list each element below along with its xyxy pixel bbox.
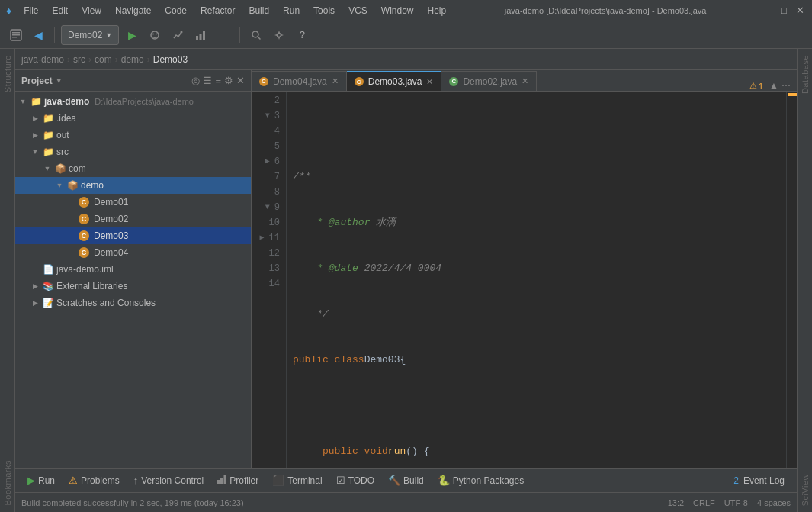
maximize-button[interactable]: □ — [778, 5, 789, 16]
tree-src[interactable]: ▼ 📁 src — [15, 143, 251, 160]
breadcrumb-src[interactable]: src — [73, 54, 85, 65]
tab-close-button[interactable]: ✕ — [522, 76, 528, 86]
tree-idea[interactable]: ▶ 📁 .idea — [15, 110, 251, 127]
tree-demo[interactable]: ▼ 📦 demo — [15, 177, 251, 194]
cursor-position[interactable]: 13:2 — [668, 498, 684, 507]
tab-demo04[interactable]: C Demo04.java ✕ — [252, 71, 347, 91]
bookmarks-panel-label[interactable]: Bookmarks — [2, 454, 14, 512]
package-icon: 📦 — [54, 163, 66, 175]
menu-help[interactable]: Help — [425, 4, 450, 18]
svg-point-6 — [156, 33, 157, 34]
coverage-button[interactable] — [168, 25, 188, 45]
indent-setting[interactable]: 4 spaces — [757, 498, 791, 507]
tab-close-button[interactable]: ✕ — [426, 77, 433, 87]
title-bar-left: ♦ File Edit View Navigate Code Refactor … — [6, 4, 449, 18]
menu-tools[interactable]: Tools — [310, 4, 338, 18]
version-control-button[interactable]: ↑ Version Control — [127, 472, 210, 490]
run-config-dropdown[interactable]: Demo02 ▼ — [61, 25, 119, 45]
database-panel-label[interactable]: Database — [799, 49, 811, 100]
app-icon: ♦ — [6, 5, 11, 17]
menu-code[interactable]: Code — [162, 4, 190, 18]
dropdown-arrow-icon[interactable]: ▼ — [56, 77, 63, 85]
menu-navigate[interactable]: Navigate — [112, 4, 154, 18]
settings-button[interactable] — [269, 25, 289, 45]
sciview-panel-label[interactable]: SciView — [799, 468, 811, 512]
more-run-options[interactable]: ⋯ — [213, 25, 233, 45]
line-num-7: 7 — [258, 169, 280, 185]
locate-file-icon[interactable]: ◎ — [191, 75, 200, 86]
event-log-label: Event Log — [743, 475, 785, 486]
menu-window[interactable]: Window — [378, 4, 417, 18]
menu-file[interactable]: File — [21, 4, 41, 18]
svg-rect-10 — [203, 31, 205, 40]
terminal-button[interactable]: ⬛ Terminal — [266, 472, 328, 490]
run-button[interactable]: ▶ — [122, 25, 142, 45]
menu-build[interactable]: Build — [246, 4, 272, 18]
expand-icon: ▼ — [18, 97, 27, 106]
close-icon[interactable]: ✕ — [236, 75, 245, 86]
expand-all-icon[interactable]: ☰ — [203, 75, 212, 86]
expand-icon: ▶ — [30, 282, 40, 291]
project-panel: Project ▼ ◎ ☰ ≡ ⚙ ✕ ▼ 📁 — [15, 70, 252, 468]
code-line-9: public void run() { — [293, 444, 786, 459]
toolbar-separator-1 — [54, 27, 55, 43]
warnings-badge[interactable]: ⚠ 1 — [749, 81, 763, 91]
gear-icon[interactable]: ⚙ — [224, 75, 233, 86]
minimize-button[interactable]: — — [762, 5, 772, 16]
menu-run[interactable]: Run — [280, 4, 303, 18]
line-ending[interactable]: CRLF — [693, 498, 715, 507]
profile-button[interactable] — [191, 25, 210, 45]
breadcrumb-java-demo[interactable]: java-demo — [21, 54, 64, 65]
tab-close-button[interactable]: ✕ — [332, 76, 339, 86]
event-log-button[interactable]: 2 Event Log — [727, 472, 791, 490]
tree-scratches[interactable]: ▶ 📝 Scratches and Consoles — [15, 295, 251, 311]
warning-icon: ⚠ — [749, 81, 757, 91]
close-button[interactable]: ✕ — [795, 5, 806, 16]
tab-demo02[interactable]: C Demo02.java ✕ — [441, 71, 537, 91]
editor-with-sidebars: Project ▼ ◎ ☰ ≡ ⚙ ✕ ▼ 📁 — [15, 70, 797, 468]
tab-demo03[interactable]: C Demo03.java ✕ — [347, 71, 442, 91]
expand-icon[interactable]: ▲ — [769, 80, 778, 91]
menu-edit[interactable]: Edit — [50, 4, 72, 18]
line-num-5: 5 — [258, 139, 280, 154]
code-editor[interactable]: /** * @author 水滴 * @date 2022/4/4 0004 *… — [287, 92, 786, 468]
menu-refactor[interactable]: Refactor — [197, 4, 238, 18]
editor-area[interactable]: 2 ▼3 4 5 ▶6 7 8 ▼9 10 ▶11 12 13 14 — [252, 92, 797, 468]
build-button[interactable]: 🔨 Build — [382, 472, 430, 490]
help-button[interactable]: ? — [292, 25, 312, 45]
profiler-button[interactable]: Profiler — [211, 472, 265, 490]
terminal-icon: ⬛ — [272, 475, 284, 486]
back-button[interactable]: ◀ — [28, 25, 48, 45]
status-message: Build completed successfully in 2 sec, 1… — [21, 498, 244, 507]
tab-label: Demo03.java — [368, 76, 422, 87]
python-packages-button[interactable]: 🐍 Python Packages — [432, 472, 530, 490]
search-everywhere-button[interactable] — [246, 25, 266, 45]
tree-root[interactable]: ▼ 📁 java-demo D:\IdeaProjects\java-demo — [15, 93, 251, 110]
tree-out[interactable]: ▶ 📁 out — [15, 127, 251, 143]
svg-rect-8 — [196, 36, 198, 40]
tree-demo02[interactable]: C Demo02 — [15, 211, 251, 227]
file-icon: 📄 — [42, 263, 54, 275]
todo-icon: ☑ — [336, 475, 345, 486]
tree-demo03[interactable]: C Demo03 — [15, 227, 251, 244]
menu-vcs[interactable]: VCS — [345, 4, 371, 18]
tree-com[interactable]: ▼ 📦 com — [15, 160, 251, 177]
tree-demo04[interactable]: C Demo04 — [15, 244, 251, 261]
tree-iml[interactable]: 📄 java-demo.iml — [15, 261, 251, 278]
python-label: Python Packages — [453, 475, 524, 486]
more-tabs-icon[interactable]: ⋯ — [782, 80, 791, 91]
encoding[interactable]: UTF-8 — [724, 498, 748, 507]
menu-view[interactable]: View — [79, 4, 104, 18]
tree-demo01[interactable]: C Demo01 — [15, 194, 251, 211]
breadcrumb-demo03[interactable]: Demo03 — [153, 54, 188, 65]
breadcrumb-com[interactable]: com — [95, 54, 112, 65]
debug-button[interactable] — [145, 25, 165, 45]
tree-ext-libs[interactable]: ▶ 📚 External Libraries — [15, 278, 251, 295]
collapse-all-icon[interactable]: ≡ — [215, 75, 221, 86]
run-panel-button[interactable]: ▶ Run — [21, 472, 61, 490]
breadcrumb-demo[interactable]: demo — [121, 54, 144, 65]
todo-button[interactable]: ☑ TODO — [330, 472, 380, 490]
problems-panel-button[interactable]: ⚠ Problems — [63, 472, 126, 490]
tab-label: Demo04.java — [273, 76, 327, 87]
structure-panel-label[interactable]: Structure — [2, 49, 14, 98]
